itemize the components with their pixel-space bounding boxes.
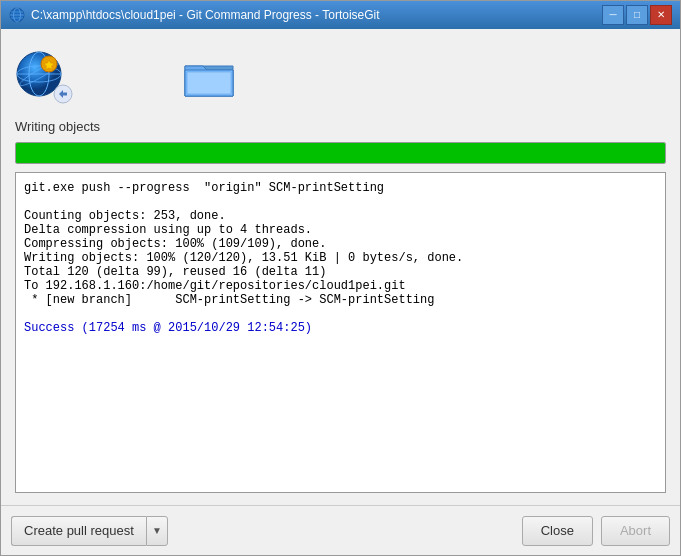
window-content: Writing objects git.exe push --progress …	[1, 29, 680, 505]
pull-request-dropdown-button[interactable]: ▼	[146, 516, 168, 546]
globe-with-arrow-icon	[15, 50, 67, 102]
progress-label: Writing objects	[15, 119, 666, 134]
success-text: Success (17254 ms @ 2015/10/29 12:54:25)	[24, 321, 312, 335]
folder-icon	[183, 52, 235, 100]
title-bar: C:\xampp\htdocs\cloud1pei - Git Command …	[1, 1, 680, 29]
main-window: C:\xampp\htdocs\cloud1pei - Git Command …	[0, 0, 681, 556]
chevron-down-icon: ▼	[152, 525, 162, 536]
minimize-button[interactable]: ─	[602, 5, 624, 25]
abort-button[interactable]: Abort	[601, 516, 670, 546]
progress-bar-container	[15, 142, 666, 164]
create-pull-request-button[interactable]: Create pull request	[11, 516, 146, 546]
icons-row	[15, 41, 666, 111]
git-arrow-icon	[53, 84, 73, 104]
close-window-button[interactable]: ✕	[650, 5, 672, 25]
close-button[interactable]: Close	[522, 516, 593, 546]
progress-bar-fill	[16, 143, 665, 163]
output-area[interactable]: git.exe push --progress "origin" SCM-pri…	[15, 172, 666, 493]
pull-request-btn-group: Create pull request ▼	[11, 516, 168, 546]
maximize-button[interactable]: □	[626, 5, 648, 25]
action-buttons: Close Abort	[522, 516, 670, 546]
title-bar-icon	[9, 7, 25, 23]
bottom-bar: Create pull request ▼ Close Abort	[1, 505, 680, 555]
title-bar-text: C:\xampp\htdocs\cloud1pei - Git Command …	[31, 8, 602, 22]
title-bar-controls: ─ □ ✕	[602, 5, 672, 25]
